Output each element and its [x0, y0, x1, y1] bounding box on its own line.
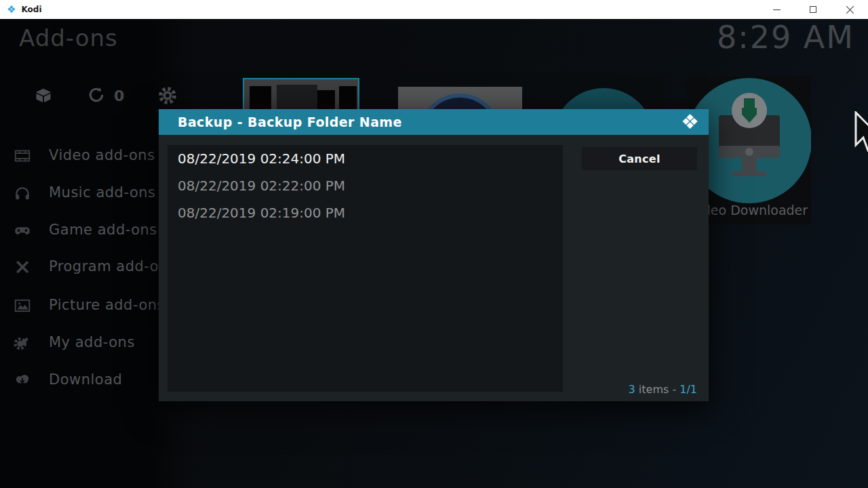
- sidebar-item-label: Music add-ons: [49, 184, 156, 201]
- maximize-icon: [810, 6, 816, 13]
- titlebar: ❖ Kodi: [0, 0, 868, 19]
- minimize-button[interactable]: [758, 0, 795, 19]
- mouse-cursor-icon: [849, 111, 868, 156]
- dialog-header: Backup - Backup Folder Name ❖: [159, 109, 709, 135]
- sidebar-item-label: Video add-ons: [49, 147, 155, 163]
- kodi-window: ❖ Kodi Add-ons 8:29 AM: [0, 0, 868, 488]
- item-count: 3: [629, 383, 635, 396]
- window-controls: [758, 0, 868, 19]
- sidebar-item-label: Program add-ons: [49, 258, 176, 274]
- backup-dialog: Backup - Backup Folder Name ❖ 08/22/2019…: [159, 109, 709, 401]
- dialog-title: Backup - Backup Folder Name: [178, 115, 402, 129]
- page-indicator: 1/1: [679, 383, 697, 396]
- cancel-button[interactable]: Cancel: [582, 147, 697, 170]
- addon-gear-icon: [14, 334, 31, 354]
- item-count-text: items -: [635, 383, 680, 396]
- list-item[interactable]: 08/22/2019 02:24:00 PM: [167, 145, 563, 172]
- kodi-logo-icon: ❖: [7, 0, 16, 19]
- toolbar: 0: [0, 85, 203, 108]
- sidebar-item-label: Game add-ons: [49, 222, 157, 238]
- kodi-logo-icon: ❖: [681, 109, 699, 135]
- sidebar-item-label: My add-ons: [49, 334, 135, 350]
- sidebar-item-label: Picture add-ons: [49, 297, 165, 313]
- update-count: 0: [114, 87, 124, 104]
- film-icon: [14, 147, 31, 167]
- clock: 8:29 AM: [717, 19, 854, 56]
- cloud-download-icon: [14, 371, 31, 392]
- window-title: Kodi: [21, 5, 41, 14]
- page-title: Add-ons: [19, 24, 118, 52]
- kodi-screen: Add-ons 8:29 AM 0: [0, 19, 868, 488]
- item-count-status: 3 items - 1/1: [629, 383, 697, 396]
- refresh-icon[interactable]: [87, 85, 106, 107]
- headphones-icon: [14, 184, 31, 205]
- maximize-button[interactable]: [795, 0, 831, 19]
- dialog-body: 08/22/2019 02:24:00 PM 08/22/2019 02:22:…: [159, 135, 709, 401]
- package-icon[interactable]: [34, 85, 53, 107]
- picture-icon: [14, 297, 31, 317]
- close-button[interactable]: [831, 0, 868, 19]
- backup-folder-list: 08/22/2019 02:24:00 PM 08/22/2019 02:22:…: [167, 145, 563, 392]
- tools-icon: [14, 258, 31, 279]
- list-item[interactable]: 08/22/2019 02:19:00 PM: [167, 199, 563, 226]
- sidebar-item-label: Download: [49, 371, 122, 388]
- minimize-icon: [773, 9, 781, 10]
- list-item[interactable]: 08/22/2019 02:22:00 PM: [167, 172, 563, 199]
- gamepad-icon: [14, 222, 31, 242]
- close-icon: [846, 5, 854, 14]
- settings-gear-icon[interactable]: [157, 85, 178, 108]
